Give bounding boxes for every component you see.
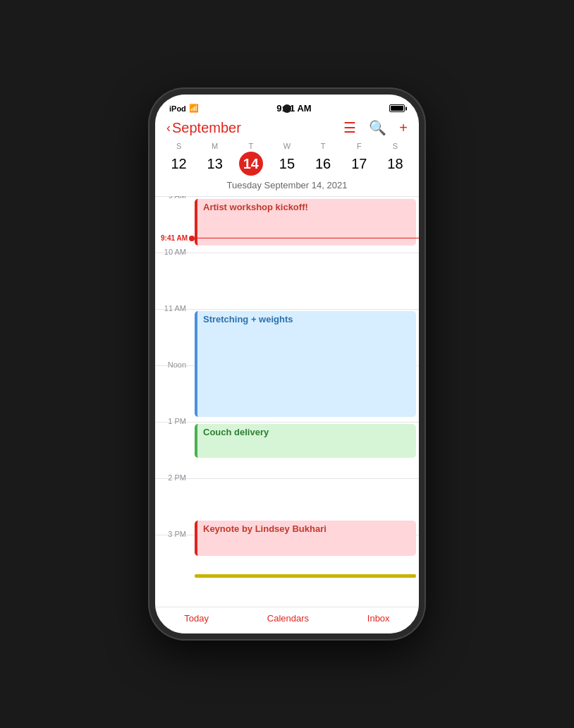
event-couch-delivery[interactable]: Couch delivery (195, 424, 416, 458)
day-num: 17 (347, 152, 371, 176)
wifi-icon: 📶 (189, 104, 199, 113)
tab-bar: Today Calendars Inbox (155, 607, 419, 633)
tab-inbox-label: Inbox (367, 613, 390, 624)
day-letter: F (357, 142, 362, 150)
current-time-line (192, 238, 419, 239)
calendar-header: ‹ September ☰ 🔍 + (155, 116, 419, 142)
week-strip: S 12 M 13 T 14 W 15 T 16 F 17 (155, 142, 419, 178)
day-letter: T (321, 142, 326, 150)
day-letter: S (393, 142, 398, 150)
day-letter: W (283, 142, 291, 150)
event-yellow-bar[interactable] (195, 574, 416, 578)
day-col-mon[interactable]: M 13 (200, 142, 231, 176)
battery-fill (391, 106, 403, 111)
time-label-noon: Noon (155, 360, 190, 369)
status-time: 9:41 AM (276, 103, 311, 114)
tab-calendars[interactable]: Calendars (267, 613, 309, 624)
day-col-tue[interactable]: T 14 (236, 142, 267, 176)
day-letter: S (176, 142, 181, 150)
tab-calendars-label: Calendars (267, 613, 309, 624)
month-label[interactable]: September (172, 120, 241, 136)
time-label-10am: 10 AM (155, 248, 190, 256)
event-title: Couch delivery (203, 427, 269, 437)
day-num: 12 (167, 152, 191, 176)
event-title: Keynote by Lindsey Bukhari (203, 523, 326, 534)
time-label-11am: 11 AM (155, 304, 190, 313)
device-name: iPod (169, 104, 186, 113)
date-label: Tuesday September 14, 2021 (155, 178, 419, 196)
add-event-icon[interactable]: + (399, 120, 408, 136)
day-col-sat[interactable]: S 18 (379, 142, 410, 176)
time-label-1pm: 1 PM (155, 417, 190, 425)
event-keynote[interactable]: Keynote by Lindsey Bukhari (195, 521, 416, 556)
search-icon[interactable]: 🔍 (369, 119, 386, 136)
tab-today-label: Today (184, 613, 209, 624)
tab-inbox[interactable]: Inbox (367, 613, 390, 624)
camera (283, 104, 291, 113)
status-right (389, 104, 405, 112)
time-line-10am (155, 253, 419, 253)
tab-today[interactable]: Today (184, 613, 209, 624)
day-col-thu[interactable]: T 16 (307, 142, 338, 176)
day-col-fri[interactable]: F 17 (343, 142, 374, 176)
time-line-9am (155, 196, 419, 197)
list-icon[interactable]: ☰ (343, 119, 356, 136)
current-time-dot (189, 236, 195, 241)
screen: iPod 📶 9:41 AM ‹ September ☰ 🔍 + (155, 95, 419, 633)
status-left: iPod 📶 (169, 104, 199, 113)
calendar-scroll[interactable]: 9 AM 9:41 AM 10 AM 11 AM Noon (155, 196, 419, 607)
day-col-wed[interactable]: W 15 (271, 142, 303, 176)
day-num: 18 (383, 152, 407, 176)
event-title: Artist workshop kickoff! (203, 202, 308, 212)
month-nav[interactable]: ‹ September (166, 120, 241, 136)
time-label-2pm: 2 PM (155, 473, 190, 482)
time-line-11am (155, 309, 419, 310)
time-grid: 9 AM 9:41 AM 10 AM 11 AM Noon (155, 196, 419, 591)
day-letter: T (248, 142, 253, 150)
event-title: Stretching + weights (203, 314, 293, 324)
day-num: 13 (203, 152, 227, 176)
current-time-label: 9:41 AM (155, 234, 192, 242)
day-num: 16 (311, 152, 335, 176)
day-num: 15 (275, 152, 299, 176)
time-line-2pm (155, 478, 419, 479)
event-stretching[interactable]: Stretching + weights (195, 311, 416, 417)
current-time-indicator: 9:41 AM (155, 234, 419, 242)
time-label-9am: 9 AM (155, 196, 190, 200)
day-letter: M (212, 142, 218, 150)
day-col-sun[interactable]: S 12 (164, 142, 195, 176)
header-icons: ☰ 🔍 + (343, 119, 408, 136)
day-num-today: 14 (239, 152, 263, 176)
back-chevron-icon[interactable]: ‹ (166, 121, 171, 135)
battery-icon (389, 104, 405, 112)
time-label-3pm: 3 PM (155, 530, 190, 538)
time-line-1pm (155, 422, 419, 423)
device: iPod 📶 9:41 AM ‹ September ☰ 🔍 + (149, 89, 425, 639)
